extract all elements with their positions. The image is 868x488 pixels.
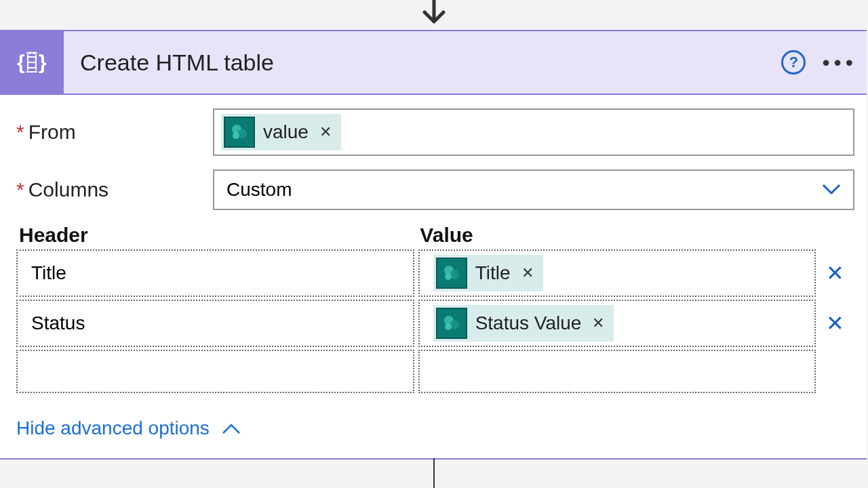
token-label: Status Value <box>475 312 582 334</box>
sharepoint-icon <box>436 308 467 339</box>
sharepoint-icon <box>224 117 255 148</box>
sharepoint-icon <box>436 258 467 289</box>
svg-point-4 <box>233 132 239 139</box>
header-cell[interactable]: Status <box>16 300 414 347</box>
header-cell[interactable]: Title <box>16 249 414 297</box>
from-label: *From <box>16 121 213 144</box>
column-header-value: Value <box>416 224 815 247</box>
help-icon[interactable]: ? <box>781 50 806 75</box>
delete-row-icon[interactable]: ✕ <box>816 300 854 347</box>
remove-token-icon[interactable]: ✕ <box>519 264 536 282</box>
card-body: *From value ✕ *Columns Custom <box>0 95 867 458</box>
table-row: Title Title ✕ ✕ <box>16 249 854 297</box>
columns-value: Custom <box>226 179 292 201</box>
delete-row-icon[interactable]: ✕ <box>816 249 854 297</box>
columns-select[interactable]: Custom <box>213 169 854 210</box>
hide-advanced-toggle[interactable]: Hide advanced options <box>16 418 241 439</box>
from-input[interactable]: value ✕ <box>213 108 854 156</box>
token-status-value[interactable]: Status Value ✕ <box>433 305 614 342</box>
token-label: value <box>263 121 309 143</box>
svg-point-10 <box>445 323 452 330</box>
from-row: *From value ✕ <box>16 108 854 156</box>
card-title: Create HTML table <box>80 49 781 76</box>
value-cell[interactable]: Status Value ✕ <box>418 300 816 347</box>
table-row: Status Status Value ✕ ✕ <box>16 300 854 347</box>
card-header[interactable]: { } Create HTML table ? ••• <box>0 31 867 95</box>
flow-connector <box>433 458 435 488</box>
svg-text:{: { <box>17 51 25 73</box>
token-label: Title <box>475 262 511 284</box>
remove-token-icon[interactable]: ✕ <box>589 314 607 332</box>
header-cell-empty[interactable] <box>16 350 414 393</box>
token-title[interactable]: Title ✕ <box>433 255 543 291</box>
columns-label: *Columns <box>16 178 213 201</box>
data-operation-icon: { } <box>0 30 64 94</box>
columns-row: *Columns Custom <box>16 169 854 210</box>
svg-text:}: } <box>39 51 47 73</box>
more-menu-icon[interactable]: ••• <box>822 52 857 73</box>
hide-advanced-label: Hide advanced options <box>16 418 210 439</box>
action-card: { } Create HTML table ? ••• *From value … <box>0 30 867 460</box>
flow-arrow-icon <box>418 0 450 30</box>
token-value[interactable]: value ✕ <box>221 114 341 150</box>
remove-token-icon[interactable]: ✕ <box>317 123 334 141</box>
column-header-header: Header <box>16 224 416 247</box>
chevron-down-icon <box>822 179 841 201</box>
value-cell[interactable]: Title ✕ <box>418 249 816 297</box>
table-row-empty <box>16 350 854 393</box>
columns-table: Header Value Title Title ✕ <box>16 224 854 393</box>
value-cell-empty[interactable] <box>418 350 816 393</box>
chevron-up-icon <box>222 418 241 439</box>
svg-point-7 <box>445 273 452 280</box>
